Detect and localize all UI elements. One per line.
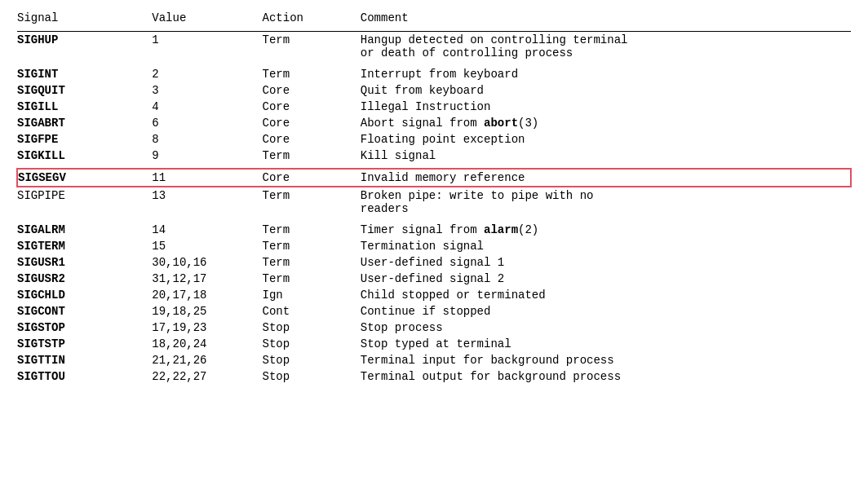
signal-value: 20,17,18 bbox=[152, 287, 262, 303]
table-row: SIGTTOU22,22,27StopTerminal output for b… bbox=[17, 368, 851, 385]
signal-comment: Interrupt from keyboard bbox=[361, 66, 851, 82]
signal-value: 21,21,26 bbox=[152, 352, 262, 368]
signal-comment: Terminal input for background process bbox=[361, 352, 851, 368]
signal-comment: User-defined signal 2 bbox=[361, 271, 851, 287]
signal-action: Term bbox=[263, 222, 361, 238]
signal-action: Core bbox=[263, 131, 361, 148]
signal-comment: Stop typed at terminal bbox=[361, 336, 851, 352]
signal-value: 30,10,16 bbox=[152, 254, 262, 271]
table-row: SIGCONT19,18,25ContContinue if stopped bbox=[17, 303, 851, 320]
signals-table: Signal Value Action Comment SIGHUP1TermH… bbox=[16, 8, 852, 385]
signal-value: 31,12,17 bbox=[152, 271, 262, 287]
signal-name: SIGSEGV bbox=[17, 169, 152, 187]
signal-comment: Illegal Instruction bbox=[361, 99, 851, 115]
signal-action: Stop bbox=[263, 336, 361, 352]
signal-name: SIGSTOP bbox=[17, 320, 152, 336]
signal-action: Core bbox=[263, 115, 361, 131]
table-row: SIGINT2TermInterrupt from keyboard bbox=[17, 66, 851, 82]
signal-name: SIGPIPE bbox=[17, 187, 152, 217]
signal-comment: User-defined signal 1 bbox=[361, 254, 851, 271]
signal-action: Stop bbox=[263, 352, 361, 368]
table-row: SIGSTOP17,19,23StopStop process bbox=[17, 320, 851, 336]
signal-name: SIGTTIN bbox=[17, 352, 152, 368]
signal-name: SIGTERM bbox=[17, 238, 152, 254]
signal-action: Core bbox=[263, 99, 361, 115]
table-row: SIGPIPE13TermBroken pipe: write to pipe … bbox=[17, 187, 851, 217]
signal-name: SIGALRM bbox=[17, 222, 152, 238]
signal-comment: Hangup detected on controlling terminal … bbox=[361, 32, 851, 62]
signal-comment: Continue if stopped bbox=[361, 303, 851, 320]
signal-name: SIGTTOU bbox=[17, 368, 152, 385]
signal-name: SIGILL bbox=[17, 99, 152, 115]
header-action: Action bbox=[263, 8, 361, 32]
signal-comment: Floating point exception bbox=[361, 131, 851, 148]
table-header-row: Signal Value Action Comment bbox=[17, 8, 851, 32]
signal-name: SIGINT bbox=[17, 66, 152, 82]
signal-comment: Quit from keyboard bbox=[361, 82, 851, 99]
signal-value: 13 bbox=[152, 187, 262, 217]
signal-name: SIGCHLD bbox=[17, 287, 152, 303]
table-row: SIGUSR231,12,17TermUser-defined signal 2 bbox=[17, 271, 851, 287]
signal-action: Ign bbox=[263, 287, 361, 303]
signal-action: Core bbox=[263, 82, 361, 99]
signal-value: 6 bbox=[152, 115, 262, 131]
signal-comment: Invalid memory reference bbox=[361, 169, 851, 187]
table-row: SIGSEGV11CoreInvalid memory reference bbox=[17, 169, 851, 187]
signal-name: SIGTSTP bbox=[17, 336, 152, 352]
signal-comment: Terminal output for background process bbox=[361, 368, 851, 385]
signal-value: 8 bbox=[152, 131, 262, 148]
signal-action: Term bbox=[263, 187, 361, 217]
signal-comment: Timer signal from alarm(2) bbox=[361, 222, 851, 238]
signal-value: 1 bbox=[152, 32, 262, 62]
table-row: SIGCHLD20,17,18IgnChild stopped or termi… bbox=[17, 287, 851, 303]
signal-name: SIGFPE bbox=[17, 131, 152, 148]
signal-value: 14 bbox=[152, 222, 262, 238]
signal-name: SIGABRT bbox=[17, 115, 152, 131]
table-row: SIGFPE8CoreFloating point exception bbox=[17, 131, 851, 148]
signal-comment: Termination signal bbox=[361, 238, 851, 254]
table-row: SIGALRM14TermTimer signal from alarm(2) bbox=[17, 222, 851, 238]
signal-comment: Child stopped or terminated bbox=[361, 287, 851, 303]
table-row: SIGHUP1TermHangup detected on controllin… bbox=[17, 32, 851, 62]
signal-comment: Abort signal from abort(3) bbox=[361, 115, 851, 131]
signal-comment: Stop process bbox=[361, 320, 851, 336]
signal-action: Term bbox=[263, 148, 361, 164]
signal-value: 9 bbox=[152, 148, 262, 164]
signal-action: Term bbox=[263, 32, 361, 62]
header-signal: Signal bbox=[17, 8, 152, 32]
signal-name: SIGCONT bbox=[17, 303, 152, 320]
signal-name: SIGUSR1 bbox=[17, 254, 152, 271]
signal-action: Stop bbox=[263, 320, 361, 336]
table-row: SIGILL4CoreIllegal Instruction bbox=[17, 99, 851, 115]
table-row: SIGQUIT3CoreQuit from keyboard bbox=[17, 82, 851, 99]
signal-action: Cont bbox=[263, 303, 361, 320]
signal-name: SIGHUP bbox=[17, 32, 152, 62]
signal-value: 4 bbox=[152, 99, 262, 115]
signal-value: 22,22,27 bbox=[152, 368, 262, 385]
signal-value: 11 bbox=[152, 169, 262, 187]
signal-value: 18,20,24 bbox=[152, 336, 262, 352]
table-row: SIGKILL9TermKill signal bbox=[17, 148, 851, 164]
signal-action: Term bbox=[263, 271, 361, 287]
signal-value: 15 bbox=[152, 238, 262, 254]
table-row: SIGABRT6CoreAbort signal from abort(3) bbox=[17, 115, 851, 131]
signal-action: Stop bbox=[263, 368, 361, 385]
signal-action: Term bbox=[263, 238, 361, 254]
signal-action: Core bbox=[263, 169, 361, 187]
signal-comment: Broken pipe: write to pipe with no reade… bbox=[361, 187, 851, 217]
signal-value: 2 bbox=[152, 66, 262, 82]
table-row: SIGTERM15TermTermination signal bbox=[17, 238, 851, 254]
table-row: SIGUSR130,10,16TermUser-defined signal 1 bbox=[17, 254, 851, 271]
signal-name: SIGQUIT bbox=[17, 82, 152, 99]
signal-value: 17,19,23 bbox=[152, 320, 262, 336]
header-comment: Comment bbox=[361, 8, 851, 32]
signal-value: 19,18,25 bbox=[152, 303, 262, 320]
signal-name: SIGKILL bbox=[17, 148, 152, 164]
header-value: Value bbox=[152, 8, 262, 32]
table-row: SIGTSTP18,20,24StopStop typed at termina… bbox=[17, 336, 851, 352]
signal-value: 3 bbox=[152, 82, 262, 99]
table-row: SIGTTIN21,21,26StopTerminal input for ba… bbox=[17, 352, 851, 368]
signal-action: Term bbox=[263, 66, 361, 82]
signal-name: SIGUSR2 bbox=[17, 271, 152, 287]
signal-comment: Kill signal bbox=[361, 148, 851, 164]
